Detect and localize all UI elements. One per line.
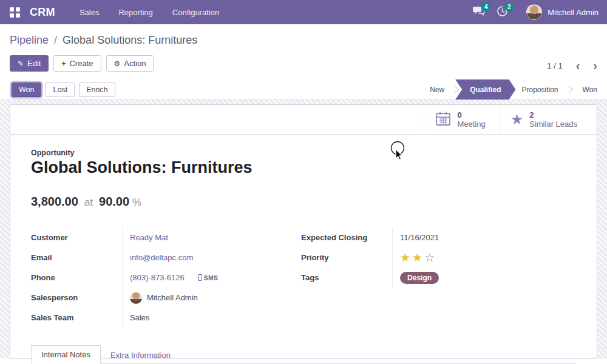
field-row-expected-closing: Expected Closing 11/16/2021 [301, 228, 576, 248]
probability-value: 90.00 [99, 195, 129, 209]
salesperson-avatar [130, 292, 142, 304]
stage-pipeline: New Qualified Proposition Won [420, 79, 607, 99]
calendar-icon [435, 110, 451, 129]
stage-proposition[interactable]: Proposition [512, 79, 568, 99]
field-row-tags: Tags Design [301, 268, 576, 288]
statusbar: Won Lost Enrich New Qualified Propositio… [0, 79, 607, 100]
app-brand[interactable]: CRM [30, 6, 55, 19]
edit-button[interactable]: ✎ Edit [10, 55, 49, 72]
pager-value: 1 / 1 [547, 61, 562, 70]
sales-team-label: Sales Team [31, 313, 122, 322]
lost-button[interactable]: Lost [46, 83, 75, 97]
activities-count-badge: 2 [504, 2, 514, 12]
mobile-phone-icon [198, 274, 202, 281]
field-row-sales-team: Sales Team Sales [31, 308, 301, 328]
messages-count-badge: 4 [481, 2, 490, 12]
record-sheet: 0 Meeting ★ 2 Similar Leads Opportunity … [10, 104, 597, 359]
priority-label: Priority [301, 253, 392, 262]
customer-label: Customer [31, 233, 122, 242]
star-empty-icon[interactable]: ☆ [424, 252, 435, 263]
similar-leads-label: Similar Leads [529, 120, 577, 129]
form-background: 0 Meeting ★ 2 Similar Leads Opportunity … [0, 100, 607, 359]
field-row-phone: Phone (803)-873-6126 SMS [31, 268, 301, 288]
sheet-body: Opportunity Global Solutions: Furnitures… [10, 149, 597, 364]
meeting-label: Meeting [457, 120, 485, 129]
expected-revenue-row: 3,800.00 at 90.00 % [31, 195, 576, 209]
customer-value-link[interactable]: Ready Mat [130, 233, 168, 242]
tab-internal-notes[interactable]: Internal Notes [31, 345, 101, 364]
meeting-count: 0 [457, 110, 485, 120]
navbar-right: 4 2 Mitchell Admin [472, 0, 599, 24]
phone-value-link[interactable]: (803)-873-6126 [130, 273, 185, 282]
tag-design[interactable]: Design [400, 272, 439, 284]
field-groups: Customer Ready Mat Email info@deltapc.co… [31, 228, 576, 328]
plus-icon: + [61, 59, 66, 68]
create-button[interactable]: + Create [53, 55, 101, 72]
control-panel-buttons: ✎ Edit + Create ⚙ Action [10, 55, 597, 72]
user-avatar [526, 4, 542, 20]
sales-team-value[interactable]: Sales [130, 313, 150, 322]
stage-qualified[interactable]: Qualified [455, 79, 515, 99]
stage-new[interactable]: New [420, 79, 454, 99]
field-group-right: Expected Closing 11/16/2021 Priority ★ ★… [301, 228, 576, 328]
expected-closing-value[interactable]: 11/16/2021 [400, 233, 439, 242]
at-label: at [84, 197, 93, 209]
user-menu[interactable]: Mitchell Admin [526, 4, 599, 20]
sms-button[interactable]: SMS [198, 274, 219, 281]
record-type-label: Opportunity [31, 149, 576, 157]
enrich-button[interactable]: Enrich [79, 83, 115, 97]
notebook-tabs: Internal Notes Extra Information [31, 345, 576, 364]
email-label: Email [31, 253, 122, 262]
similar-leads-count: 2 [529, 110, 577, 120]
tags-label: Tags [301, 273, 392, 282]
expected-closing-label: Expected Closing [301, 233, 392, 242]
star-filled-icon[interactable]: ★ [412, 252, 422, 263]
gear-icon: ⚙ [114, 59, 121, 68]
salesperson-label: Salesperson [31, 293, 122, 302]
breadcrumb-separator: / [54, 34, 57, 46]
phone-label: Phone [31, 273, 122, 282]
apps-menu-icon[interactable] [10, 7, 20, 18]
email-value-link[interactable]: info@deltapc.com [130, 253, 193, 262]
percent-sign: % [132, 197, 141, 209]
pager: 1 / 1 ‹ › [547, 60, 597, 71]
pencil-icon: ✎ [18, 59, 24, 68]
stat-button-row: 0 Meeting ★ 2 Similar Leads [10, 105, 597, 135]
menu-configuration[interactable]: Configuration [172, 8, 219, 17]
similar-leads-stat-button[interactable]: ★ 2 Similar Leads [499, 105, 591, 134]
messages-button[interactable]: 4 [472, 5, 486, 19]
pager-previous-icon[interactable]: ‹ [576, 60, 580, 71]
page-title: Global Solutions: Furnitures [31, 158, 576, 177]
won-button[interactable]: Won [12, 83, 41, 97]
pager-next-icon[interactable]: › [593, 60, 597, 71]
star-icon: ★ [510, 113, 524, 126]
nav-menu: Sales Reporting Configuration [80, 8, 219, 17]
user-name: Mitchell Admin [548, 8, 599, 17]
salesperson-value[interactable]: Mitchell Admin [147, 293, 198, 302]
menu-reporting[interactable]: Reporting [118, 8, 152, 17]
field-row-salesperson: Salesperson Mitchell Admin [31, 288, 301, 308]
star-filled-icon[interactable]: ★ [400, 252, 410, 263]
control-panel: Pipeline / Global Solutions: Furnitures … [0, 24, 607, 79]
expected-revenue-value: 3,800.00 [31, 195, 78, 209]
breadcrumb-pipeline-link[interactable]: Pipeline [10, 34, 49, 46]
priority-stars: ★ ★ ☆ [400, 252, 435, 263]
field-row-customer: Customer Ready Mat [31, 228, 301, 248]
action-button[interactable]: ⚙ Action [106, 55, 154, 72]
menu-sales[interactable]: Sales [80, 8, 100, 17]
field-row-priority: Priority ★ ★ ☆ [301, 248, 576, 268]
field-row-email: Email info@deltapc.com [31, 248, 301, 268]
tab-extra-information[interactable]: Extra Information [101, 346, 180, 364]
field-group-left: Customer Ready Mat Email info@deltapc.co… [31, 228, 301, 328]
breadcrumb: Pipeline / Global Solutions: Furnitures [10, 32, 597, 48]
activities-button[interactable]: 2 [495, 5, 509, 19]
breadcrumb-current: Global Solutions: Furnitures [63, 34, 197, 46]
meetings-stat-button[interactable]: 0 Meeting [424, 105, 498, 134]
top-navbar: CRM Sales Reporting Configuration 4 [0, 0, 607, 24]
stage-won[interactable]: Won [573, 79, 607, 99]
status-buttons: Won Lost Enrich [10, 83, 115, 97]
